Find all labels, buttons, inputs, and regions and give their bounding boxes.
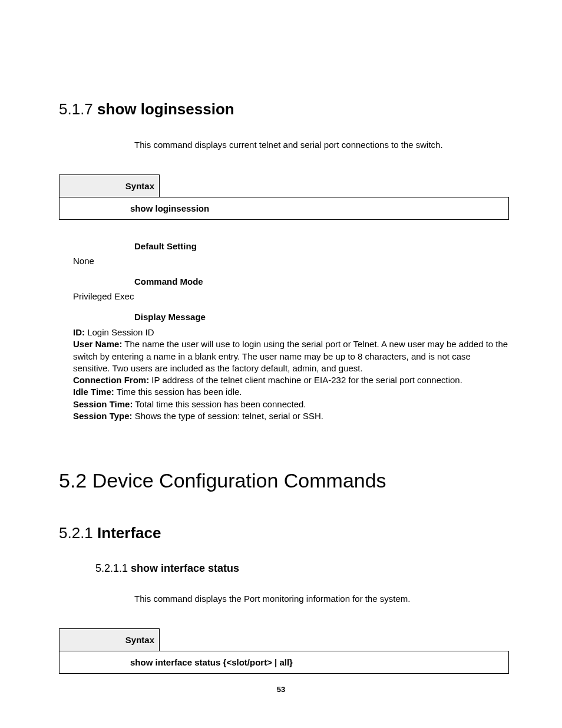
msg-val: Login Session ID [85, 327, 154, 337]
heading-5-2: 5.2 Device Configuration Commands [59, 469, 509, 492]
msg-key: Connection From: [73, 375, 149, 385]
heading-title: show loginsession [97, 100, 234, 118]
syntax-body: show loginsession [59, 197, 509, 220]
heading-5-1-7: 5.1.7 show loginsession [59, 100, 509, 118]
command-mode-label: Command Mode [134, 276, 509, 286]
default-setting-label: Default Setting [134, 241, 509, 251]
heading-number: 5.2.1 [59, 524, 93, 542]
msg-key: User Name: [73, 339, 122, 349]
page-number: 53 [0, 685, 562, 694]
heading-5-2-1-1: 5.2.1.1 show interface status [95, 562, 509, 575]
msg-key: ID: [73, 327, 85, 337]
syntax-label: Syntax [59, 175, 160, 197]
msg-key: Idle Time: [73, 387, 114, 397]
msg-val: Shows the type of session: telnet, seria… [133, 411, 323, 421]
empty-cell [160, 175, 509, 197]
syntax-label: Syntax [59, 629, 160, 651]
msg-key: Session Time: [73, 399, 133, 409]
syntax-body: show interface status {<slot/port> | all… [59, 651, 509, 674]
display-message-block: ID: Login Session ID User Name: The name… [73, 327, 509, 422]
msg-val: IP address of the telnet client machine … [149, 375, 462, 385]
syntax-table: Syntax show interface status {<slot/port… [59, 628, 509, 674]
msg-val: The name the user will use to login usin… [73, 339, 508, 373]
default-setting-value: None [73, 256, 509, 266]
display-message-label: Display Message [134, 312, 509, 322]
msg-val: Time this session has been idle. [114, 387, 242, 397]
heading-number: 5.1.7 [59, 100, 93, 118]
empty-cell [160, 629, 509, 651]
heading-title: Interface [97, 524, 161, 542]
msg-key: Session Type: [73, 411, 133, 421]
heading-number: 5.2.1.1 [95, 562, 128, 574]
heading-5-2-1: 5.2.1 Interface [59, 524, 509, 542]
msg-val: Total time this session has been connect… [133, 399, 306, 409]
heading-title: show interface status [131, 562, 239, 574]
section-description: This command displays the Port monitorin… [134, 592, 509, 605]
section-description: This command displays current telnet and… [134, 139, 509, 151]
command-mode-value: Privileged Exec [73, 291, 509, 301]
syntax-table: Syntax show loginsession [59, 174, 509, 220]
